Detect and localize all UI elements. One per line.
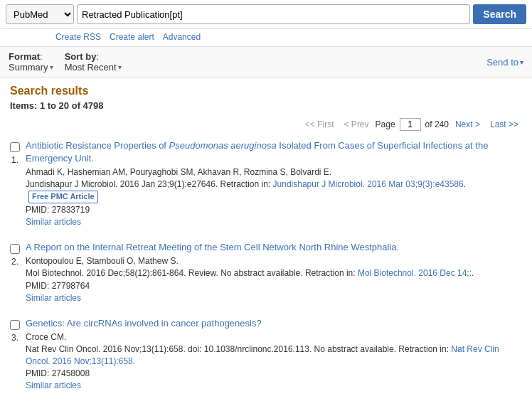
item-checkbox[interactable] <box>10 142 20 152</box>
item-body: A Report on the Internal Retreat Meeting… <box>26 241 522 303</box>
last-page-link[interactable]: Last >> <box>486 118 522 131</box>
item-left-col: 1. <box>10 139 20 165</box>
item-pmid: PMID: 27833719 <box>26 205 522 215</box>
main-content: Search results Items: 1 to 20 of 4798 <<… <box>0 78 532 412</box>
sub-links-row: Create RSS Create alert Advanced <box>0 29 532 46</box>
item-body: Genetics: Are circRNAs involved in cance… <box>26 317 522 391</box>
search-bar: PubMed PMC Nucleotide Gene Search <box>0 0 532 29</box>
search-input[interactable] <box>77 4 470 24</box>
results-list: 1. Antibiotic Resistance Properties of P… <box>10 139 522 390</box>
item-pmid: PMID: 27798764 <box>26 281 522 291</box>
item-checkbox[interactable] <box>10 320 20 330</box>
prev-page-link[interactable]: < Prev <box>341 118 373 131</box>
next-page-link[interactable]: Next > <box>452 118 484 131</box>
create-alert-link[interactable]: Create alert <box>110 32 154 42</box>
item-title-link[interactable]: Antibiotic Resistance Properties of Pseu… <box>26 139 522 165</box>
page-label: Page <box>376 119 395 129</box>
sort-control: Sort by: Most Recent ▾ <box>65 51 122 73</box>
of-total-label: of 240 <box>425 119 449 129</box>
retraction-link[interactable]: Jundishapur J Microbiol. 2016 Mar 03;9(3… <box>273 179 464 189</box>
page-input[interactable] <box>400 118 421 131</box>
list-item: 2. A Report on the Internal Retreat Meet… <box>10 241 522 303</box>
retraction-link[interactable]: Nat Rev Clin Oncol. 2016 Nov;13(11):658 <box>26 344 499 366</box>
item-checkbox[interactable] <box>10 244 20 254</box>
format-label: Format <box>9 51 40 62</box>
format-dropdown[interactable]: Summary ▾ <box>9 62 53 73</box>
sort-caret-icon: ▾ <box>118 63 122 71</box>
free-pmc-badge: Free PMC Article <box>28 191 98 203</box>
database-select[interactable]: PubMed PMC Nucleotide Gene <box>6 4 74 24</box>
send-to-button[interactable]: Send to ▾ <box>486 57 523 68</box>
format-caret-icon: ▾ <box>50 63 53 71</box>
similar-articles-link[interactable]: Similar articles <box>26 380 81 390</box>
format-control: Format: Summary ▾ <box>9 51 53 73</box>
first-page-link[interactable]: << First <box>302 118 338 131</box>
item-title-link[interactable]: A Report on the Internal Retreat Meeting… <box>26 241 522 254</box>
format-bar: Format: Summary ▾ Sort by: Most Recent ▾… <box>0 46 532 78</box>
pagination-top: << First < Prev Page of 240 Next > Last … <box>10 118 522 131</box>
sort-dropdown[interactable]: Most Recent ▾ <box>65 62 122 73</box>
advanced-link[interactable]: Advanced <box>163 32 201 42</box>
item-authors: Kontopoulou E, Stambouli O, Mathew S. <box>26 256 522 266</box>
item-left-col: 2. <box>10 241 20 267</box>
item-pmid: PMID: 27458008 <box>26 368 522 378</box>
list-item: 3. Genetics: Are circRNAs involved in ca… <box>10 317 522 391</box>
create-rss-link[interactable]: Create RSS <box>55 32 101 42</box>
item-authors: Croce CM. <box>26 332 522 342</box>
list-item: 1. Antibiotic Resistance Properties of P… <box>10 139 522 227</box>
item-journal: Jundishapur J Microbiol. 2016 Jan 23;9(1… <box>26 178 522 203</box>
item-number: 3. <box>10 333 20 343</box>
item-authors: Ahmadi K, Hashemian AM, Pouryaghobi SM, … <box>26 167 522 177</box>
item-number: 1. <box>10 155 20 165</box>
similar-articles-link[interactable]: Similar articles <box>26 293 81 303</box>
item-left-col: 3. <box>10 317 20 343</box>
search-button[interactable]: Search <box>473 4 526 24</box>
item-journal: Mol Biotechnol. 2016 Dec;58(12):861-864.… <box>26 267 522 279</box>
similar-articles-link[interactable]: Similar articles <box>26 217 81 227</box>
results-count: Items: 1 to 20 of 4798 <box>10 100 522 111</box>
send-to-caret-icon: ▾ <box>520 58 523 66</box>
format-sort-controls: Format: Summary ▾ Sort by: Most Recent ▾ <box>9 51 122 73</box>
item-journal: Nat Rev Clin Oncol. 2016 Nov;13(11):658.… <box>26 343 522 368</box>
retraction-link[interactable]: Mol Biotechnol. 2016 Dec 14;: <box>358 268 472 278</box>
item-body: Antibiotic Resistance Properties of Pseu… <box>26 139 522 227</box>
item-number: 2. <box>10 257 20 267</box>
results-heading: Search results <box>10 85 522 97</box>
sort-label: Sort by <box>65 51 97 62</box>
item-title-link[interactable]: Genetics: Are circRNAs involved in cance… <box>26 317 522 330</box>
